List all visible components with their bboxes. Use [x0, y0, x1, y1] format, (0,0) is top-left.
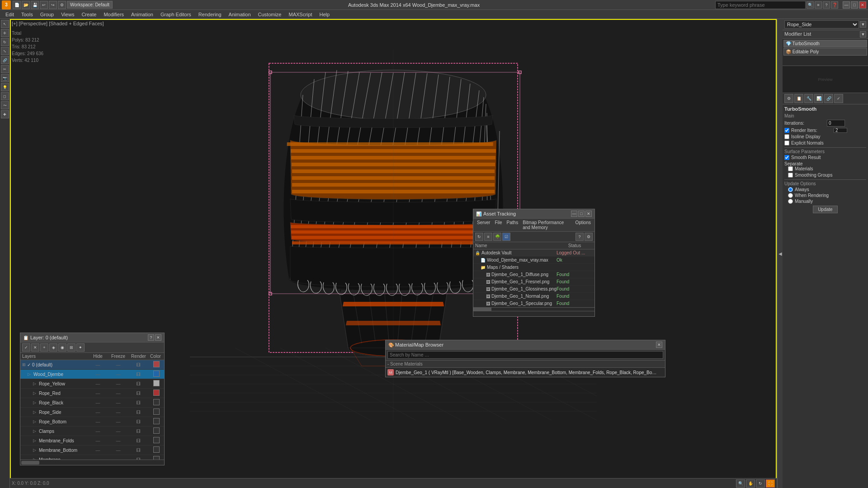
- menu-edit[interactable]: Edit: [2, 11, 18, 18]
- new-btn[interactable]: 📄: [13, 1, 21, 9]
- workspace-selector[interactable]: Workspace: Default: [67, 1, 113, 9]
- layer-row-6[interactable]: ▷ Rope_Bottom — — 🎞: [20, 417, 164, 427]
- modifier-header-btn[interactable]: ▼: [860, 21, 866, 28]
- asset-close-btn[interactable]: ✕: [585, 211, 592, 217]
- orbit-btn[interactable]: ↻: [756, 479, 765, 488]
- scene-materials-item[interactable]: M Djembe_Geo_1 ( VRayMtl ) [Base_Wooden,…: [386, 368, 665, 377]
- layer-add-btn[interactable]: +: [40, 343, 48, 352]
- search-input[interactable]: [715, 1, 806, 9]
- asset-tree-btn[interactable]: 🌳: [493, 233, 501, 241]
- menu-create[interactable]: Create: [78, 11, 100, 18]
- param-btn-2[interactable]: 📋: [794, 94, 803, 103]
- layer-highlight-btn[interactable]: ✦: [76, 343, 85, 352]
- open-btn[interactable]: 📂: [22, 1, 30, 9]
- selected-object-dropdown[interactable]: Rope_Side: [784, 20, 859, 28]
- asset-row-5[interactable]: 🖼 Djembe_Geo_1_Glossiness.png Found: [473, 286, 594, 293]
- asset-row-2[interactable]: 📁 Maps / Shaders: [473, 264, 594, 271]
- close-button[interactable]: ✕: [859, 1, 866, 9]
- editable-poly-modifier[interactable]: 📦 Editable Poly: [783, 48, 867, 56]
- light-tool[interactable]: 💡: [1, 83, 9, 91]
- asset-menu-bitmap[interactable]: Bitmap Performance and Memory: [521, 220, 572, 230]
- layer-select-btn[interactable]: ◉: [58, 343, 66, 352]
- menu-rendering[interactable]: Rendering: [195, 11, 225, 18]
- menu-help[interactable]: Help: [316, 11, 333, 18]
- menu-views[interactable]: Views: [57, 11, 78, 18]
- asset-menu-paths[interactable]: Paths: [505, 220, 520, 230]
- materials-check[interactable]: [788, 166, 793, 171]
- layer-row-5[interactable]: ▷ Rope_Side — — 🎞: [20, 408, 164, 417]
- settings-btn[interactable]: ⚙: [58, 1, 66, 9]
- layers-scroll-thumb[interactable]: [21, 461, 39, 465]
- smooth-result-check[interactable]: [784, 155, 789, 160]
- unlink-tool[interactable]: ✂: [1, 65, 9, 73]
- select-tool[interactable]: ↖: [1, 20, 9, 28]
- asset-row-6[interactable]: 🖼 Djembe_Geo_1_Normal.png Found: [473, 293, 594, 300]
- redo-btn[interactable]: ↪: [49, 1, 57, 9]
- panel-collapse-btn[interactable]: ◀: [777, 19, 783, 488]
- param-btn-6[interactable]: ✓: [834, 94, 843, 103]
- search-option1-icon[interactable]: ≡: [815, 1, 822, 9]
- spline-tool[interactable]: 〜: [1, 101, 9, 109]
- asset-row-7[interactable]: 🖼 Djembe_Geo_1_Specular.png Found: [473, 300, 594, 307]
- material-search-input[interactable]: [387, 351, 663, 359]
- search-submit-icon[interactable]: 🔍: [807, 1, 814, 9]
- minimize-button[interactable]: —: [843, 1, 850, 9]
- menu-animation[interactable]: Animation: [127, 11, 157, 18]
- asset-row-4[interactable]: 🖼 Djembe_Geo_1_Fresnel.png Found: [473, 278, 594, 286]
- search-option2-icon[interactable]: ?: [823, 1, 830, 9]
- layer-row-8[interactable]: ▷ Membrane_Folds — — 🎞: [20, 436, 164, 446]
- asset-menu-file[interactable]: File: [493, 220, 504, 230]
- camera-tool[interactable]: 📷: [1, 74, 9, 82]
- layer-select-all-btn[interactable]: ⊞: [67, 343, 75, 352]
- menu-modifiers[interactable]: Modifiers: [100, 11, 127, 18]
- manually-radio[interactable]: [788, 199, 793, 204]
- layer-row-4[interactable]: ▷ Rope_Black — — 🎞: [20, 398, 164, 408]
- viewport[interactable]: [+] [Perspective] [Shaded + Edged Faces]…: [10, 19, 777, 488]
- turbosmooth-modifier[interactable]: 💎 TurboSmooth: [783, 40, 867, 47]
- update-button[interactable]: Update: [813, 206, 837, 213]
- menu-customize[interactable]: Customize: [255, 11, 285, 18]
- search-help-icon[interactable]: ❓: [831, 1, 838, 9]
- move-tool[interactable]: ✛: [1, 29, 9, 37]
- asset-settings-btn[interactable]: ⚙: [585, 233, 593, 241]
- link-tool[interactable]: 🔗: [1, 56, 9, 64]
- pan-btn[interactable]: ✋: [746, 479, 755, 488]
- param-btn-4[interactable]: 📊: [814, 94, 823, 103]
- menu-maxscript[interactable]: MAXScript: [285, 11, 316, 18]
- maximize-viewport-btn[interactable]: ⛶: [766, 479, 775, 488]
- material-close-btn[interactable]: ✕: [656, 342, 662, 348]
- isoline-check[interactable]: [784, 134, 789, 139]
- layer-add-selected-btn[interactable]: ◈: [49, 343, 57, 352]
- asset-row-0[interactable]: 🔒 Autodesk Vault Logged Out ...: [473, 249, 594, 257]
- layer-row-0[interactable]: ⊞ ✓ 0 (default) — — 🎞: [20, 360, 164, 370]
- iterations-input[interactable]: [827, 120, 845, 127]
- layer-row-3[interactable]: ▷ Rope_Red — — 🎞: [20, 389, 164, 398]
- layer-row-1[interactable]: ▷ Wood_Djembe — — 🎞: [20, 370, 164, 379]
- asset-row-1[interactable]: 📄 Wood_Djembe_max_vray.max Ok: [473, 257, 594, 264]
- menu-graph-editors[interactable]: Graph Editors: [157, 11, 195, 18]
- explicit-normals-check[interactable]: [784, 141, 789, 145]
- scale-tool[interactable]: ⤡: [1, 47, 9, 55]
- asset-menu-options[interactable]: Options: [574, 220, 593, 230]
- modifier-list-arrow[interactable]: ▼: [860, 31, 866, 38]
- zoom-btn[interactable]: 🔍: [736, 479, 745, 488]
- always-radio[interactable]: [788, 187, 793, 192]
- rotate-tool[interactable]: ↻: [1, 38, 9, 46]
- asset-help-btn[interactable]: ?: [576, 233, 584, 241]
- asset-minimize-btn[interactable]: —: [571, 211, 577, 217]
- asset-row-3[interactable]: 🖼 Djembe_Geo_1_Diffuse.png Found: [473, 271, 594, 278]
- layers-help-btn[interactable]: ?: [148, 334, 154, 341]
- maximize-button[interactable]: □: [851, 1, 858, 9]
- helpers-tool[interactable]: ✚: [1, 110, 9, 118]
- save-btn[interactable]: 💾: [31, 1, 39, 9]
- asset-restore-btn[interactable]: □: [578, 211, 585, 217]
- asset-scroll-thumb[interactable]: [473, 308, 491, 311]
- render-iters-input[interactable]: [834, 128, 847, 133]
- layers-close-btn[interactable]: ✕: [155, 334, 161, 341]
- layer-row-7[interactable]: ▷ Clamps — — 🎞: [20, 427, 164, 436]
- param-btn-5[interactable]: 🔗: [824, 94, 833, 103]
- asset-check-btn[interactable]: ☑: [502, 233, 510, 241]
- layer-set-current-btn[interactable]: ✓: [22, 343, 30, 352]
- when-rendering-radio[interactable]: [788, 193, 793, 198]
- layers-scrollbar[interactable]: [20, 460, 164, 465]
